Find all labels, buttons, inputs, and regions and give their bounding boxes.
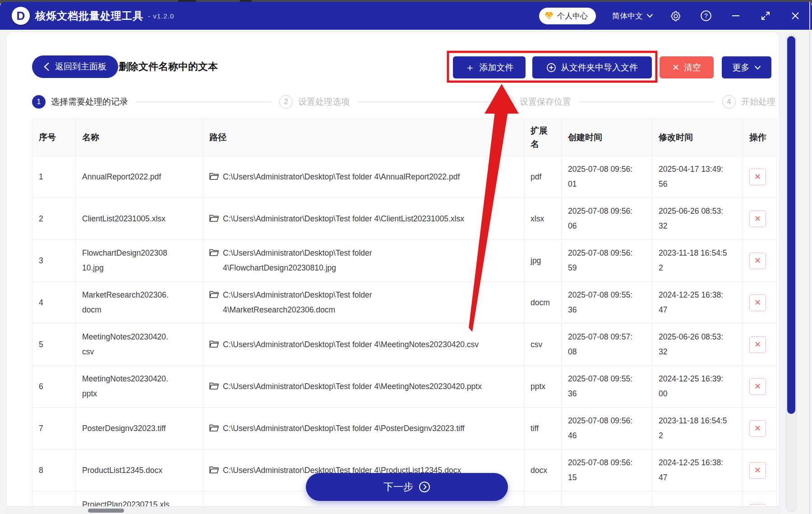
delete-row-button[interactable]: ✕ (749, 462, 766, 479)
column-header: 创建时间 (562, 119, 652, 156)
cell-created-time: 2025-07-08 09:56:01 (562, 156, 652, 198)
minimize-button[interactable] (729, 9, 743, 23)
cell-index: 5 (32, 324, 76, 366)
clear-label: 清空 (684, 62, 701, 73)
app-logo: D (12, 7, 30, 25)
cell-filename: MeetingNotes20230420.csv (76, 324, 203, 366)
horizontal-scrollbar-thumb[interactable] (88, 509, 124, 513)
cell-path: C:\Users\Administrator\Desktop\Test fold… (203, 408, 524, 450)
circle-arrow-right-icon (419, 481, 430, 493)
vertical-scrollbar-thumb[interactable] (787, 36, 795, 414)
window-edge (809, 2, 810, 514)
table-row: 7PosterDesignv32023.tiffC:\Users\Adminis… (32, 408, 777, 450)
cell-actions: ✕ (743, 156, 777, 198)
table-row: 1AnnualReport2022.pdfC:\Users\Administra… (32, 156, 777, 198)
chevron-down-icon (646, 14, 653, 18)
step-label: 设置保存位置 (520, 96, 571, 108)
column-header: 修改时间 (652, 119, 743, 156)
delete-row-button[interactable]: ✕ (749, 211, 766, 227)
next-step-button[interactable]: 下一步 (306, 473, 508, 501)
cell-modified-time: 2023-11-18 16:54:52 (652, 240, 743, 282)
cell-path: C:\Users\Administrator\Desktop\Test fold… (203, 282, 524, 324)
circle-plus-icon (546, 63, 556, 73)
clear-button[interactable]: ✕ 清空 (660, 56, 714, 78)
step-circle: 1 (32, 95, 46, 109)
close-icon (790, 10, 801, 21)
cell-filename: FlowchartDesign20230810.jpg (76, 240, 203, 282)
step-label: 设置处理选项 (298, 96, 350, 108)
delete-row-button[interactable]: ✕ (749, 378, 766, 395)
step-1: 1选择需要处理的记录 (32, 95, 128, 109)
step-label: 选择需要处理的记录 (51, 96, 128, 108)
cell-actions: ✕ (743, 366, 777, 408)
delete-row-button[interactable]: ✕ (749, 420, 766, 437)
table-row: 2ClientList20231005.xlsxC:\Users\Adminis… (32, 198, 777, 240)
folder-icon (209, 466, 219, 474)
cell-index: 3 (32, 240, 76, 282)
import-from-folder-button[interactable]: 从文件夹中导入文件 (532, 56, 652, 78)
step-connector (358, 101, 493, 102)
cell-filename: MarketResearch202306.docm (76, 282, 203, 324)
titlebar: D 核烁文档批量处理工具 - v1.2.0 个人中心 简体中文 (0, 2, 812, 30)
step-4: 4开始处理 (722, 95, 775, 109)
cell-created-time: 2025-07-08 09:56:15 (562, 450, 652, 491)
path-text: C:\Users\Administrator\Desktop\Test fold… (223, 379, 483, 394)
cell-actions: ✕ (743, 240, 777, 282)
table-header-row: 序号名称路径扩展名创建时间修改时间操作 (32, 119, 777, 156)
path-text: C:\Users\Administrator\Desktop\Test fold… (223, 211, 483, 226)
help-icon: ? (700, 10, 712, 22)
delete-row-button[interactable]: ✕ (749, 294, 766, 311)
cell-index: 2 (32, 198, 76, 240)
step-circle: 3 (501, 95, 514, 109)
help-button[interactable]: ? (699, 9, 713, 23)
clear-x-icon: ✕ (672, 62, 679, 73)
more-button[interactable]: 更多 (722, 56, 771, 78)
cell-extension: docm (524, 282, 562, 324)
folder-icon (209, 382, 219, 390)
language-selector[interactable]: 简体中文 (612, 11, 653, 21)
cell-actions: ✕ (743, 282, 777, 324)
cell-path: C:\Users\Administrator\Desktop\Test fold… (203, 240, 524, 282)
next-step-label: 下一步 (383, 480, 413, 494)
cell-filename: MeetingNotes20230420.pptx (76, 366, 203, 408)
cell-modified-time: 2025-04-17 13:49:56 (652, 156, 743, 198)
cell-created-time: 2025-07-08 09:57:08 (562, 324, 652, 366)
cell-path: C:\Users\Administrator\Desktop\Test fold… (203, 324, 524, 366)
cell-created-time: 2025-07-08 09:56:46 (562, 408, 652, 450)
folder-icon (209, 340, 219, 348)
cell-extension: csv (524, 324, 562, 366)
cell-filename: PosterDesignv32023.tiff (76, 408, 203, 450)
column-header: 扩展名 (524, 119, 562, 156)
horizontal-scrollbar[interactable] (7, 506, 779, 514)
settings-button[interactable] (669, 9, 683, 23)
cell-filename: AnnualReport2022.pdf (76, 156, 203, 198)
add-files-button[interactable]: ＋ 添加文件 (453, 56, 526, 78)
step-connector (136, 101, 271, 102)
plus-icon: ＋ (465, 63, 475, 73)
app-logo-letter: D (17, 10, 25, 22)
step-3: 3设置保存位置 (501, 95, 571, 109)
cell-extension: docx (524, 450, 562, 491)
cell-actions: ✕ (743, 198, 777, 240)
delete-row-button[interactable]: ✕ (749, 252, 766, 269)
path-text: C:\Users\Administrator\Desktop\Test fold… (223, 170, 483, 184)
gem-icon (544, 12, 554, 20)
more-label: 更多 (733, 62, 750, 73)
cell-extension: jpg (524, 240, 562, 282)
folder-icon (209, 249, 219, 257)
maximize-button[interactable] (759, 9, 772, 23)
cell-extension: pdf (524, 156, 562, 198)
chevron-down-icon (754, 65, 761, 70)
step-connector (579, 101, 714, 102)
folder-icon (209, 291, 219, 298)
personal-center-button[interactable]: 个人中心 (539, 8, 596, 24)
back-to-dashboard-button[interactable]: 返回到主面板 (32, 55, 118, 78)
delete-row-button[interactable]: ✕ (749, 169, 766, 185)
close-button[interactable] (789, 9, 802, 23)
column-header: 操作 (743, 119, 777, 156)
delete-row-button[interactable]: ✕ (749, 336, 766, 353)
cell-modified-time: 2023-11-18 16:54:52 (652, 408, 743, 450)
chevron-left-icon (44, 62, 50, 71)
cell-created-time: 2025-07-08 09:56:06 (562, 198, 652, 240)
cell-index: 7 (32, 408, 76, 450)
